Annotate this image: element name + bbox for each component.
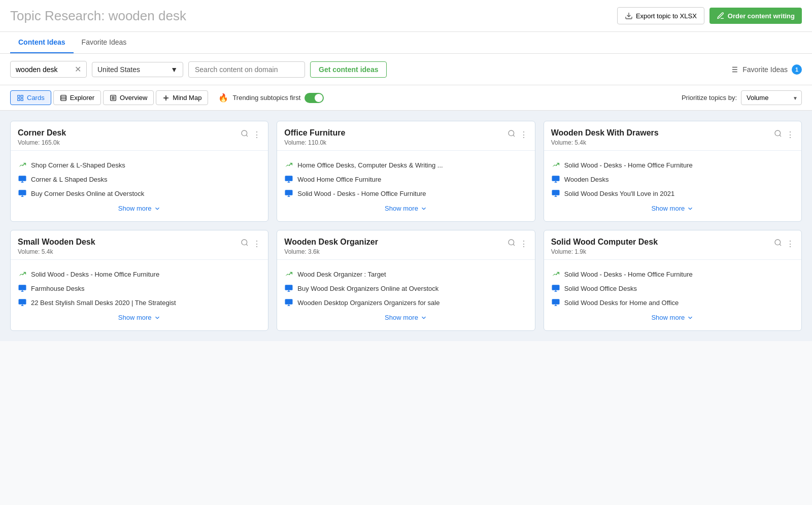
- trending-icon: [551, 160, 560, 170]
- favorite-ideas-button[interactable]: Favorite Ideas 1: [729, 64, 802, 75]
- result-item: Solid Wood - Desks - Home Office Furnitu…: [284, 186, 527, 200]
- show-more-button[interactable]: Show more: [284, 200, 527, 214]
- card-corner-desk: Corner Desk Volume: 165.0k ⋮ Shop Corner…: [10, 121, 268, 222]
- result-item: Corner & L Shaped Desks: [18, 172, 261, 186]
- keyword-input[interactable]: [16, 65, 72, 74]
- svg-rect-63: [552, 299, 559, 305]
- list-icon: [729, 65, 738, 74]
- result-item: Wooden Desks: [551, 172, 794, 186]
- result-item: Farmhouse Desks: [18, 281, 261, 295]
- svg-rect-40: [552, 176, 559, 181]
- view-cards-button[interactable]: Cards: [10, 90, 51, 105]
- show-more-button[interactable]: Show more: [551, 310, 794, 323]
- show-more-button[interactable]: Show more: [551, 200, 794, 214]
- card-title: Corner Desk: [18, 128, 66, 138]
- card-wooden-desk-organizer: Wooden Desk Organizer Volume: 3.6k ⋮ Woo…: [277, 230, 535, 331]
- card-title-wrap: Corner Desk Volume: 165.0k: [18, 128, 66, 146]
- favorite-count-badge: 1: [792, 64, 802, 75]
- priority-select[interactable]: Volume Efficiency Freshness: [741, 90, 802, 105]
- result-text: Wooden Desktop Organizers Organizers for…: [297, 299, 439, 307]
- search-icon[interactable]: [774, 239, 782, 249]
- svg-rect-7: [18, 95, 20, 97]
- svg-marker-34: [287, 181, 290, 183]
- chevron-down-icon: [687, 314, 694, 321]
- result-item: Shop Corner & L-Shaped Desks: [18, 158, 261, 172]
- more-options-icon[interactable]: ⋮: [520, 239, 528, 249]
- card-volume: Volume: 5.4k: [551, 139, 659, 146]
- more-options-icon[interactable]: ⋮: [253, 130, 261, 140]
- view-overview-button[interactable]: Overview: [103, 90, 154, 105]
- chevron-down-icon: [154, 314, 161, 321]
- mindmap-icon: [162, 94, 170, 102]
- card-title: Wooden Desk Organizer: [284, 238, 378, 247]
- result-text: 22 Best Stylish Small Desks 2020 | The S…: [31, 299, 176, 307]
- view-mindmap-button[interactable]: Mind Map: [156, 90, 208, 105]
- result-item: Solid Wood Desks You'll Love in 2021: [551, 186, 794, 200]
- more-options-icon[interactable]: ⋮: [520, 130, 528, 140]
- svg-point-23: [242, 130, 247, 136]
- result-item: Home Office Desks, Computer Desks & Writ…: [284, 158, 527, 172]
- show-more-button[interactable]: Show more: [284, 310, 527, 323]
- cards-icon: [17, 94, 24, 102]
- svg-rect-42: [552, 190, 559, 195]
- search-icon[interactable]: [774, 129, 782, 140]
- card-header: Wooden Desk With Drawers Volume: 5.4k ⋮: [544, 121, 801, 151]
- card-actions: ⋮: [774, 129, 794, 140]
- svg-point-58: [775, 240, 781, 245]
- search-icon[interactable]: [507, 129, 516, 140]
- order-content-button[interactable]: Order content writing: [709, 8, 802, 24]
- card-header: Small Wooden Desk Volume: 5.4k ⋮: [11, 230, 268, 260]
- prioritize-label: Prioritize topics by:: [682, 94, 737, 102]
- search-icon[interactable]: [241, 239, 249, 249]
- trending-toggle[interactable]: [304, 93, 324, 103]
- explorer-label: Explorer: [70, 94, 94, 102]
- title-keyword: wooden desk: [109, 8, 186, 23]
- country-dropdown[interactable]: United States ▼: [92, 62, 183, 77]
- get-content-ideas-button[interactable]: Get content ideas: [310, 61, 387, 78]
- more-options-icon[interactable]: ⋮: [253, 239, 261, 249]
- result-text: Buy Wood Desk Organizers Online at Overs…: [297, 285, 438, 292]
- fire-icon: 🔥: [218, 93, 228, 103]
- show-more-button[interactable]: Show more: [18, 310, 261, 323]
- trending-wrap: 🔥 Trending subtopics first: [218, 93, 324, 103]
- svg-rect-9: [18, 98, 20, 100]
- organic-icon: [284, 189, 293, 198]
- card-title-wrap: Wooden Desk Organizer Volume: 3.6k: [284, 238, 378, 255]
- view-explorer-button[interactable]: Explorer: [53, 90, 101, 105]
- tab-favorite-ideas[interactable]: Favorite Ideas: [74, 32, 135, 53]
- result-text: Solid Wood Office Desks: [564, 285, 637, 292]
- export-button[interactable]: Export topic to XLSX: [617, 7, 704, 24]
- toggle-knob: [315, 94, 323, 102]
- tab-content-ideas[interactable]: Content Ideas: [10, 32, 74, 53]
- more-options-icon[interactable]: ⋮: [786, 239, 794, 249]
- overview-label: Overview: [120, 94, 147, 102]
- organic-icon: [18, 175, 27, 184]
- top-bar: Topic Research: wooden desk Export topic…: [0, 0, 812, 32]
- result-item: Wooden Desktop Organizers Organizers for…: [284, 295, 527, 310]
- cards-label: Cards: [27, 94, 45, 102]
- result-text: Wood Desk Organizer : Target: [297, 271, 386, 278]
- chevron-down-icon: ▼: [171, 65, 178, 74]
- top-actions: Export topic to XLSX Order content writi…: [617, 7, 802, 24]
- svg-rect-35: [285, 190, 293, 195]
- card-header: Corner Desk Volume: 165.0k ⋮: [11, 121, 268, 151]
- page-title: Topic Research: wooden desk: [10, 8, 186, 24]
- show-more-label: Show more: [385, 314, 418, 321]
- trending-label: Trending subtopics first: [232, 94, 300, 102]
- card-title-wrap: Solid Wood Computer Desk Volume: 1.9k: [551, 238, 658, 255]
- show-more-button[interactable]: Show more: [18, 200, 261, 214]
- more-options-icon[interactable]: ⋮: [786, 130, 794, 140]
- favorite-ideas-label: Favorite Ideas: [742, 65, 788, 74]
- card-volume: Volume: 165.0k: [18, 139, 66, 146]
- organic-icon: [551, 175, 560, 184]
- domain-search-input[interactable]: [188, 61, 305, 78]
- svg-marker-62: [554, 290, 557, 292]
- result-text: Solid Wood - Desks - Home Office Furnitu…: [31, 271, 159, 278]
- result-item: Buy Corner Desks Online at Overstock: [18, 186, 261, 200]
- organic-icon: [284, 298, 293, 307]
- organic-icon: [551, 189, 560, 198]
- search-icon[interactable]: [507, 239, 516, 249]
- search-icon[interactable]: [241, 129, 249, 140]
- svg-marker-29: [21, 195, 24, 197]
- clear-icon[interactable]: ✕: [75, 64, 81, 74]
